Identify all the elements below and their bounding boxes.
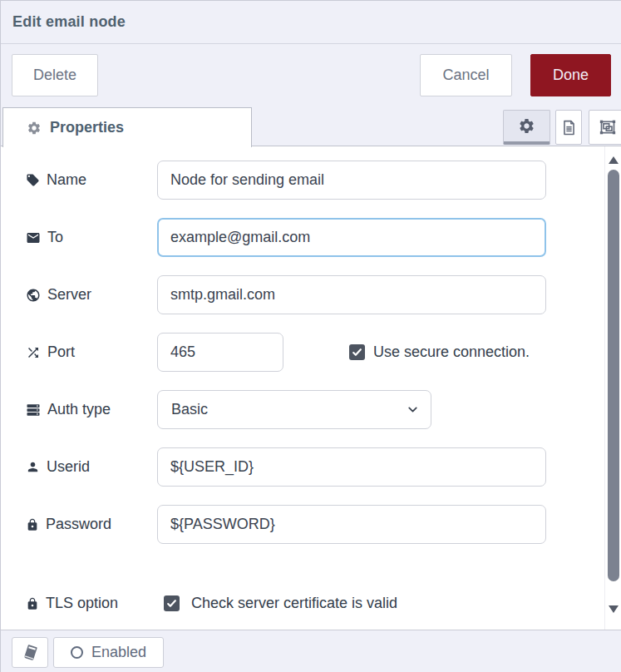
tls-option-label: TLS option [26, 584, 118, 623]
gear-icon [518, 117, 535, 135]
object-group-icon [599, 119, 616, 136]
server-label: Server [26, 275, 91, 314]
tag-icon [26, 173, 40, 187]
tls-option-label-text: TLS option [46, 595, 118, 612]
description-tab-button[interactable] [555, 110, 582, 145]
scroll-up-arrow[interactable] [609, 156, 619, 164]
book-icon [22, 644, 39, 661]
lock-icon [26, 597, 39, 610]
globe-icon [26, 288, 41, 303]
enabled-label: Enabled [91, 644, 146, 661]
lock-icon [26, 518, 39, 531]
port-label: Port [26, 333, 75, 372]
properties-form: Name To Server Port [1, 146, 621, 630]
name-label: Name [26, 161, 86, 200]
secure-connection-label: Use secure connection. [373, 333, 530, 372]
check-icon [352, 347, 362, 358]
userid-input[interactable] [157, 447, 546, 487]
check-certificate-checkbox[interactable] [164, 595, 180, 611]
tab-row: Properties [1, 106, 621, 146]
name-input[interactable] [157, 161, 546, 200]
port-label-text: Port [47, 343, 75, 361]
form-row-password: Password [1, 505, 604, 544]
tab-properties-label: Properties [50, 119, 124, 136]
password-label: Password [26, 505, 111, 544]
password-label-text: Password [46, 516, 111, 533]
status-circle-icon [71, 646, 83, 659]
document-icon [561, 120, 577, 136]
node-help-button[interactable] [12, 637, 48, 668]
chevron-down-icon [406, 403, 420, 417]
server-input[interactable] [157, 275, 546, 314]
form-row-port: Port Use secure connection. [1, 333, 604, 372]
secure-connection-checkbox[interactable] [349, 344, 365, 360]
auth-type-selected-value: Basic [171, 401, 208, 418]
userid-label: Userid [26, 447, 90, 487]
port-input[interactable] [157, 333, 283, 372]
password-input[interactable] [157, 505, 546, 544]
action-button-bar: Delete Cancel Done [1, 44, 621, 106]
form-row-server: Server [1, 275, 604, 314]
form-row-auth-type: Auth type Basic [1, 390, 604, 429]
envelope-icon [26, 230, 41, 245]
appearance-tab-button[interactable] [589, 110, 621, 145]
server-stack-icon [26, 403, 41, 418]
dialog-footer: Enabled [1, 630, 621, 672]
edit-email-node-dialog: Edit email node Delete Cancel Done Prope… [0, 0, 621, 672]
auth-type-label: Auth type [26, 390, 111, 429]
dialog-header: Edit email node [1, 1, 621, 44]
to-label-text: To [47, 229, 63, 246]
node-enabled-toggle[interactable]: Enabled [53, 637, 164, 668]
userid-label-text: Userid [47, 458, 90, 476]
dialog-title: Edit email node [12, 13, 126, 31]
user-icon [26, 460, 40, 474]
to-label: To [26, 218, 63, 257]
to-input[interactable] [157, 218, 546, 257]
scroll-down-arrow[interactable] [609, 605, 619, 613]
properties-tab-button[interactable] [503, 110, 550, 145]
tab-properties[interactable]: Properties [2, 107, 252, 147]
check-certificate-label: Check server certificate is valid [191, 584, 397, 623]
server-label-text: Server [47, 286, 91, 304]
delete-button[interactable]: Delete [12, 54, 98, 96]
cancel-button[interactable]: Cancel [420, 54, 512, 96]
auth-type-label-text: Auth type [47, 401, 111, 418]
form-row-tls-option: TLS option Check server certificate is v… [1, 584, 604, 623]
gear-icon [27, 121, 42, 136]
scrollbar[interactable] [604, 146, 621, 630]
form-row-userid: Userid [1, 447, 604, 487]
auth-type-select[interactable]: Basic [157, 390, 431, 429]
scroll-thumb[interactable] [608, 170, 619, 581]
form-row-name: Name [1, 161, 604, 200]
done-button[interactable]: Done [530, 54, 611, 96]
form-row-to: To [1, 218, 604, 257]
check-icon [166, 598, 177, 609]
shuffle-icon [26, 345, 41, 360]
name-label-text: Name [47, 171, 86, 189]
